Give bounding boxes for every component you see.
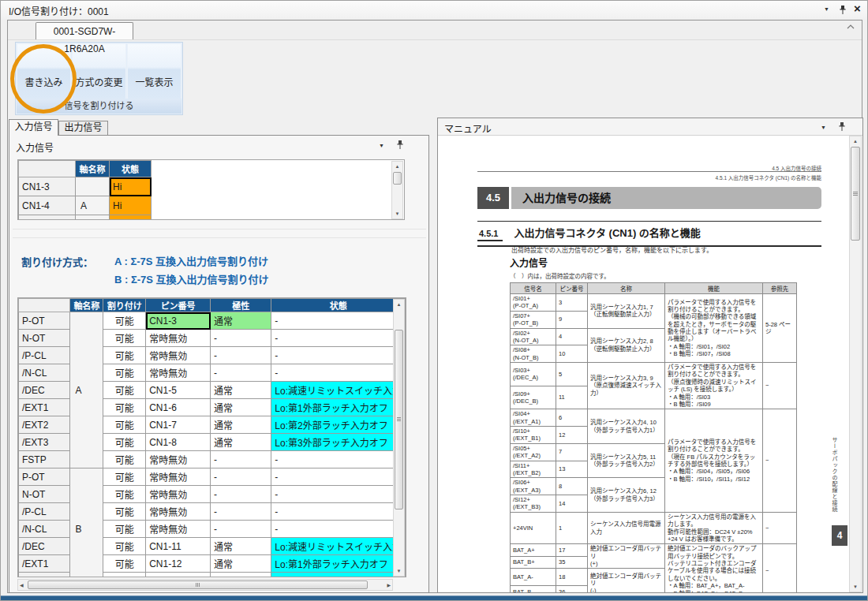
cell[interactable]: - — [271, 451, 406, 468]
cell[interactable]: 可能 — [103, 434, 146, 451]
status-grid-vscrollbar[interactable]: ▲ ▼ — [391, 161, 403, 219]
cell[interactable]: 常時無効 — [146, 451, 211, 468]
scrollbar-thumb[interactable] — [851, 147, 860, 241]
cell[interactable]: CN1-3 — [146, 312, 211, 330]
manual-vscrollbar[interactable]: ▲ ▼ — [849, 136, 862, 592]
cell[interactable]: CN1-8 — [146, 434, 211, 451]
scroll-down-icon[interactable]: ▼ — [850, 584, 861, 589]
cell[interactable]: /EXT2 — [19, 416, 70, 434]
scrollbar-thumb[interactable] — [28, 580, 368, 589]
cell[interactable]: - — [211, 364, 271, 382]
cell[interactable]: Lo:第3外部ラッチ入力オフ — [271, 434, 406, 451]
panel-menu-caret-icon[interactable]: ▼ — [379, 143, 384, 148]
cell[interactable]: 可能 — [103, 451, 146, 468]
cell[interactable]: CN1-6 — [146, 399, 211, 416]
cell[interactable]: B — [70, 468, 103, 578]
cell[interactable]: Lo:第2外部ラッチ入力オフ — [271, 416, 406, 434]
cell[interactable]: Lo:第2外部ラッチ入力オフ — [271, 573, 406, 578]
cell[interactable]: 可能 — [103, 503, 146, 521]
cell[interactable]: 常時無効 — [146, 486, 211, 503]
cell[interactable]: Lo:減速リミットスイッチ入力 — [271, 382, 406, 399]
cell[interactable]: 常時無効 — [146, 330, 211, 347]
cell[interactable]: CN1-3 — [19, 177, 76, 196]
cell[interactable]: 通常 — [211, 312, 271, 330]
window-menu-caret-icon[interactable]: ▼ — [824, 6, 829, 12]
list-view-button[interactable]: 一覧表示 — [127, 43, 181, 99]
cell[interactable]: 通常 — [211, 399, 271, 416]
cell[interactable]: 可能 — [103, 416, 146, 434]
collapse-chevron-icon[interactable] — [847, 24, 855, 29]
scroll-down-icon[interactable]: ▼ — [392, 211, 402, 216]
cell[interactable]: FSTP — [19, 451, 70, 468]
cell[interactable]: Hi — [110, 196, 152, 215]
tab-output-signals[interactable]: 出力信号 — [58, 121, 108, 136]
cell[interactable] — [76, 177, 110, 196]
cell[interactable]: 通常 — [211, 555, 271, 573]
panel-pin-icon[interactable] — [396, 140, 404, 150]
window-close-icon[interactable]: × — [854, 2, 861, 15]
scrollbar-thumb[interactable] — [393, 172, 402, 185]
cell[interactable]: A — [76, 196, 110, 215]
cell[interactable]: /DEC — [19, 538, 70, 555]
cell[interactable]: 常時無効 — [146, 468, 211, 486]
cell[interactable]: 可能 — [103, 330, 146, 347]
cell[interactable]: 可能 — [103, 486, 146, 503]
panel-pin-icon[interactable] — [838, 121, 846, 132]
document-tab[interactable]: 0001-SGD7W-1R6A20A — [36, 22, 133, 39]
cell[interactable]: 通常 — [211, 573, 271, 578]
scroll-up-icon[interactable]: ▲ — [850, 139, 861, 144]
scroll-left-icon[interactable]: ◀ — [20, 583, 24, 588]
cell[interactable]: - — [271, 468, 406, 486]
cell[interactable]: - — [271, 312, 406, 330]
cell[interactable]: - — [271, 486, 406, 503]
cell[interactable]: CN1-11 — [146, 538, 211, 555]
cell[interactable]: /EXT2 — [19, 573, 70, 578]
cell[interactable]: - — [271, 521, 406, 538]
cell[interactable]: 常時無効 — [146, 503, 211, 521]
cell[interactable]: Hi — [110, 215, 152, 221]
cell[interactable]: /P-CL — [19, 347, 70, 364]
cell[interactable]: 可能 — [103, 347, 146, 364]
cell[interactable]: 可能 — [103, 364, 146, 382]
cell[interactable]: 可能 — [103, 538, 146, 555]
cell[interactable]: 通常 — [211, 382, 271, 399]
cell[interactable]: - — [211, 521, 271, 538]
cell[interactable]: - — [271, 364, 406, 382]
cell[interactable]: - — [211, 468, 271, 486]
cell[interactable]: Lo:減速リミットスイッチ入力 — [271, 538, 406, 555]
cell[interactable]: /P-CL — [19, 503, 70, 521]
scrollbar-thumb[interactable] — [395, 330, 403, 510]
cell[interactable]: - — [211, 486, 271, 503]
scroll-up-icon[interactable]: ▲ — [394, 302, 404, 307]
cell[interactable]: CN1-5 — [19, 215, 76, 221]
panel-menu-caret-icon[interactable]: ▼ — [821, 125, 826, 130]
cell[interactable]: Lo:第1外部ラッチ入力オフ — [271, 399, 406, 416]
cell[interactable]: 可能 — [103, 521, 146, 538]
cell[interactable]: 通常 — [211, 434, 271, 451]
cell[interactable]: N-OT — [19, 486, 70, 503]
cell[interactable]: - — [211, 451, 271, 468]
cell[interactable]: 可能 — [103, 573, 146, 578]
cell[interactable]: N-OT — [19, 330, 70, 347]
cell[interactable]: CN1-4 — [19, 196, 76, 215]
cell[interactable]: 可能 — [103, 555, 146, 573]
cell[interactable]: 通常 — [211, 416, 271, 434]
cell[interactable]: - — [211, 503, 271, 521]
cell[interactable]: 可能 — [103, 382, 146, 399]
cell[interactable]: Hi — [110, 177, 152, 196]
assignment-grid-hscrollbar[interactable]: ◀ ▶ — [17, 579, 393, 591]
cell[interactable]: 常時無効 — [146, 521, 211, 538]
cell[interactable]: 常時無効 — [146, 347, 211, 364]
cell[interactable]: 常時無効 — [146, 364, 211, 382]
cell[interactable]: - — [211, 347, 271, 364]
assignment-grid-vscrollbar[interactable]: ▲ ▼ — [393, 299, 405, 577]
cell[interactable]: P-OT — [19, 468, 70, 486]
cell[interactable]: /N-CL — [19, 364, 70, 382]
cell[interactable]: /EXT1 — [19, 555, 70, 573]
cell[interactable]: CN1-7 — [146, 416, 211, 434]
cell[interactable]: /N-CL — [19, 521, 70, 538]
cell[interactable] — [76, 215, 110, 221]
cell[interactable]: /EXT1 — [19, 399, 70, 416]
cell[interactable]: - — [271, 330, 406, 347]
cell[interactable]: 可能 — [103, 312, 146, 330]
